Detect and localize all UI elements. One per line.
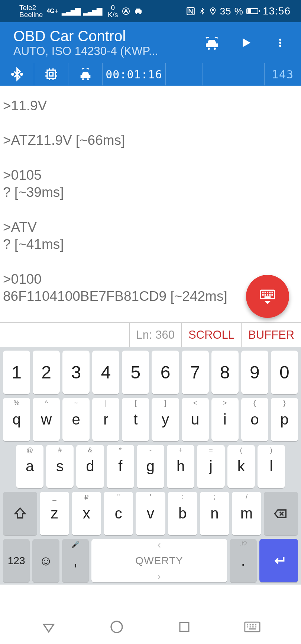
- key-e[interactable]: ~e: [62, 398, 90, 441]
- status-left: Tele2 Beeline 4G+ 0 K/s: [19, 4, 143, 18]
- key-h[interactable]: +h: [167, 445, 194, 488]
- key-u[interactable]: <u: [182, 398, 209, 441]
- bluetooth-status-icon[interactable]: [0, 63, 34, 85]
- nfc-icon: [186, 6, 195, 16]
- tool-empty-2: [203, 63, 265, 85]
- svg-point-12: [279, 45, 281, 47]
- nav-recent-button[interactable]: [175, 618, 194, 636]
- svg-point-4: [212, 9, 214, 11]
- svg-rect-33: [262, 294, 263, 296]
- svg-point-9: [214, 48, 216, 50]
- key-a[interactable]: @a: [16, 445, 43, 488]
- signal-1-icon: [62, 6, 80, 16]
- terminal-text: >11.9V >ATZ11.9V [~66ms] >0105 ? [~39ms]…: [3, 98, 227, 322]
- key-t[interactable]: [t: [122, 398, 149, 441]
- key-v[interactable]: 'v: [136, 492, 165, 535]
- key-shift[interactable]: [3, 492, 37, 535]
- svg-point-11: [279, 42, 281, 44]
- key-1[interactable]: 1: [3, 351, 30, 394]
- key-enter[interactable]: [259, 539, 298, 582]
- car-driving-icon: [134, 7, 143, 15]
- key-x[interactable]: ₽x: [72, 492, 101, 535]
- svg-rect-16: [49, 72, 53, 76]
- signal-2-icon: [83, 6, 101, 16]
- play-button[interactable]: [229, 26, 263, 60]
- key-n[interactable]: ;n: [200, 492, 229, 535]
- nav-home-button[interactable]: [107, 618, 126, 636]
- line-number: Ln: 360: [129, 323, 181, 347]
- page-subtitle: AUTO, ISO 14230-4 (KWP...: [13, 45, 195, 58]
- car-status-icon[interactable]: [68, 63, 103, 85]
- hide-keyboard-fab[interactable]: [246, 275, 289, 318]
- net-speed-unit: K/s: [108, 11, 118, 18]
- svg-rect-6: [247, 9, 251, 13]
- svg-rect-7: [259, 10, 260, 12]
- svg-point-41: [111, 621, 122, 632]
- key-c[interactable]: "c: [104, 492, 133, 535]
- key-2[interactable]: 2: [33, 351, 60, 394]
- buffer-bar: Ln: 360 SCROLL BUFFER: [0, 322, 301, 347]
- svg-rect-37: [271, 294, 273, 296]
- location-icon: [209, 6, 217, 16]
- key-m[interactable]: /m: [232, 492, 261, 535]
- key-7[interactable]: 7: [182, 351, 209, 394]
- battery-icon: [246, 7, 260, 15]
- key-comma[interactable]: 🎤 ,: [62, 539, 89, 582]
- svg-rect-34: [265, 294, 266, 296]
- svg-point-8: [208, 48, 210, 50]
- key-row-4: _z₽x"c'v:b;n/m: [3, 492, 298, 535]
- key-mode-123[interactable]: 123: [3, 539, 30, 582]
- overflow-menu-button[interactable]: [263, 26, 297, 60]
- key-w[interactable]: ^w: [33, 398, 60, 441]
- soft-keyboard: 1234567890 %q^w~e|r[t]y<u>i{o}p @a#s&d*f…: [0, 347, 301, 585]
- svg-rect-30: [267, 292, 268, 293]
- key-6[interactable]: 6: [152, 351, 179, 394]
- key-r[interactable]: |r: [92, 398, 119, 441]
- scroll-button[interactable]: SCROLL: [181, 323, 241, 347]
- key-p[interactable]: }p: [271, 398, 298, 441]
- tool-empty-1: [166, 63, 203, 85]
- navigation-bar: [0, 610, 301, 644]
- svg-rect-32: [271, 292, 273, 293]
- key-row-2: %q^w~e|r[t]y<u>i{o}p: [3, 398, 298, 441]
- key-5[interactable]: 5: [122, 351, 149, 394]
- car-connect-button[interactable]: [195, 26, 229, 60]
- status-right: 35 % 13:56: [186, 5, 291, 17]
- key-9[interactable]: 9: [241, 351, 268, 394]
- svg-rect-28: [262, 292, 263, 293]
- svg-rect-38: [265, 296, 271, 298]
- nav-keyboard-button[interactable]: [243, 618, 262, 636]
- key-l[interactable]: )l: [258, 445, 285, 488]
- key-y[interactable]: ]y: [152, 398, 179, 441]
- key-0[interactable]: 0: [271, 351, 298, 394]
- key-s[interactable]: #s: [46, 445, 74, 488]
- key-period[interactable]: .!? .: [230, 539, 256, 582]
- key-j[interactable]: =j: [197, 445, 224, 488]
- key-space[interactable]: ‹ QWERTY ›: [91, 539, 227, 582]
- elapsed-time: 00:01:16: [103, 63, 166, 85]
- key-3[interactable]: 3: [62, 351, 90, 394]
- network-type: 4G+: [46, 8, 58, 14]
- key-k[interactable]: (k: [227, 445, 255, 488]
- nav-back-button[interactable]: [39, 618, 58, 636]
- key-i[interactable]: >i: [211, 398, 239, 441]
- key-z[interactable]: _z: [40, 492, 69, 535]
- key-backspace[interactable]: [264, 492, 298, 535]
- key-8[interactable]: 8: [211, 351, 239, 394]
- key-b[interactable]: :b: [168, 492, 197, 535]
- key-4[interactable]: 4: [92, 351, 119, 394]
- key-q[interactable]: %q: [3, 398, 30, 441]
- key-g[interactable]: -g: [137, 445, 164, 488]
- key-o[interactable]: {o: [241, 398, 268, 441]
- svg-point-2: [139, 13, 141, 14]
- svg-point-10: [279, 39, 281, 41]
- svg-rect-29: [265, 292, 266, 293]
- key-emoji[interactable]: ☺: [32, 539, 59, 582]
- chip-icon[interactable]: [34, 63, 68, 85]
- buffer-button[interactable]: BUFFER: [241, 323, 301, 347]
- svg-point-1: [136, 13, 137, 14]
- key-d[interactable]: &d: [76, 445, 104, 488]
- svg-rect-31: [269, 292, 271, 293]
- svg-rect-42: [180, 622, 189, 631]
- key-f[interactable]: *f: [107, 445, 134, 488]
